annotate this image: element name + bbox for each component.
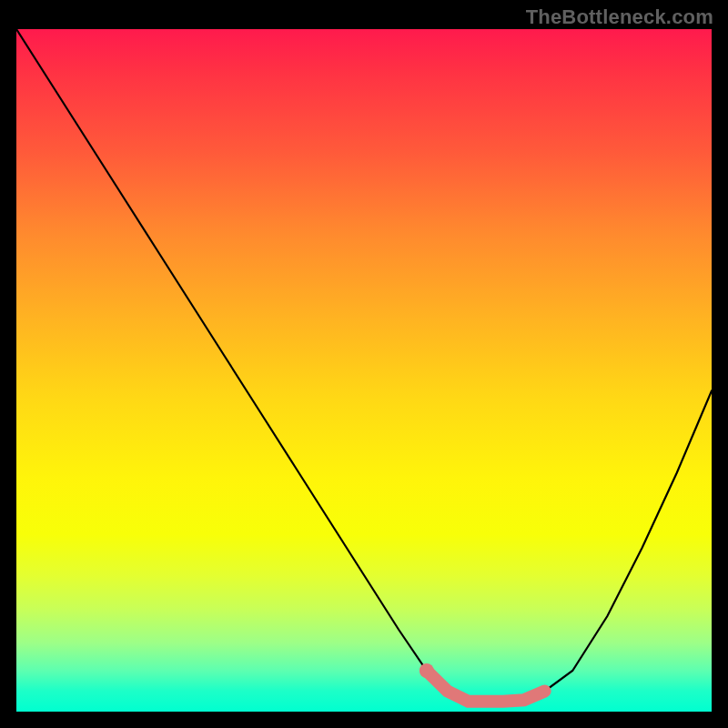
curve-layer [16, 29, 712, 712]
watermark-text: TheBottleneck.com [526, 5, 713, 29]
highlight-start-dot [420, 663, 434, 678]
flat-minimum-highlight-path [427, 671, 545, 702]
chart-frame: TheBottleneck.com [0, 0, 728, 728]
bottleneck-curve-path [16, 29, 712, 702]
plot-area [16, 29, 712, 712]
